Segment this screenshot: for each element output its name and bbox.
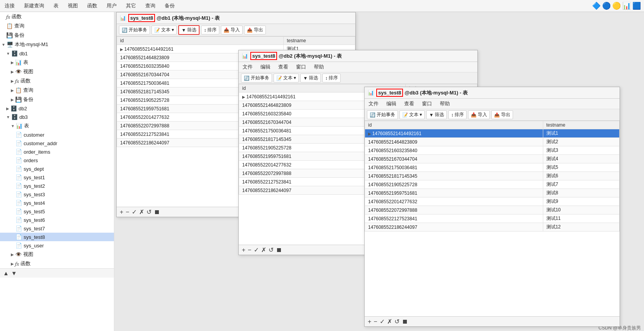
btn-filter-2[interactable]: ▼ 筛选: [300, 74, 321, 82]
menu-file-2[interactable]: 文件: [239, 63, 257, 71]
add-row-btn-1[interactable]: +: [120, 209, 123, 216]
cancel-btn-2[interactable]: ✗: [261, 246, 266, 254]
table-row[interactable]: 1476085521603235840测试3: [365, 146, 620, 155]
menu-query[interactable]: 查询: [141, 1, 160, 11]
sidebar-item-db3-view[interactable]: ▶ 👁️ 视图: [0, 250, 114, 259]
sidebar-item-sys-test7[interactable]: 📄 sys_test7: [0, 224, 114, 233]
btn-export-3[interactable]: 📤 导出: [491, 110, 513, 119]
toolbar-icon-1[interactable]: 🔷: [592, 2, 601, 10]
sidebar-item-sys-test5[interactable]: 📄 sys_test5: [0, 207, 114, 216]
sidebar-item-functions[interactable]: 𝑓𝑥 函数: [0, 12, 114, 21]
sidebar-item-sys-test2[interactable]: 📄 sys_test2: [0, 182, 114, 190]
sidebar-item-db1-query[interactable]: ▶ 📋 查询: [0, 86, 114, 95]
table-row[interactable]: 1476085522072997888测试10: [365, 206, 620, 214]
sidebar-item-sys-dept[interactable]: 📄 sys_dept: [0, 165, 114, 173]
menu-file-3[interactable]: 文件: [365, 99, 382, 108]
menu-help-2[interactable]: 帮助: [310, 63, 328, 71]
sidebar-item-query[interactable]: 📋 查询: [0, 21, 114, 31]
btn-export-1[interactable]: 📤 导出: [244, 26, 266, 34]
table-row[interactable]: 1476085521905225728测试7: [365, 180, 620, 189]
menu-view-2[interactable]: 查看: [274, 63, 292, 71]
check-btn-3[interactable]: ✓: [380, 318, 385, 325]
stop-btn-3[interactable]: ⏹: [402, 318, 408, 325]
menu-connect[interactable]: 连接: [0, 1, 19, 11]
sidebar-item-orders[interactable]: 📄 orders: [0, 156, 114, 165]
toolbar-icon-4[interactable]: 📊: [622, 2, 631, 10]
sidebar-item-db3-func[interactable]: ▶ 𝑓𝑥 函数: [0, 259, 114, 268]
refresh-btn-1[interactable]: ↺: [146, 208, 152, 216]
remove-row-btn-2[interactable]: −: [248, 247, 251, 254]
menu-new-query[interactable]: 新建查询: [19, 1, 49, 11]
btn-text-2[interactable]: 📝 文本 ▾: [274, 74, 299, 82]
sidebar-item-db3-table[interactable]: ▼ 📊 表: [0, 121, 114, 130]
sidebar-up-btn[interactable]: ▲: [3, 270, 9, 276]
sidebar-item-db1-func[interactable]: ▶ 𝑓𝑥 函数: [0, 76, 114, 86]
table-row[interactable]: 1476085521670344704测试4: [365, 155, 620, 163]
btn-sort-1[interactable]: ↕ 排序: [201, 26, 219, 34]
remove-row-btn-1[interactable]: −: [126, 209, 129, 216]
sidebar-item-sys-test8[interactable]: 📄 sys_test8: [0, 233, 114, 241]
btn-import-1[interactable]: 📥 导入: [221, 26, 243, 34]
btn-text-3[interactable]: 📝 文本 ▾: [399, 110, 425, 119]
sidebar-item-db2[interactable]: ▶ 🗄️ db2: [0, 104, 114, 113]
sidebar-item-db1-view[interactable]: ▶ 👁️ 视图: [0, 67, 114, 76]
refresh-btn-3[interactable]: ↺: [394, 318, 399, 325]
refresh-btn-2[interactable]: ↺: [269, 246, 274, 254]
cancel-btn-1[interactable]: ✗: [139, 208, 144, 216]
sidebar-item-order-items[interactable]: 📄 order_items: [0, 147, 114, 156]
menu-function[interactable]: 函数: [83, 1, 102, 11]
table-row[interactable]: 1476085521959751681测试8: [365, 189, 620, 197]
menu-user[interactable]: 用户: [102, 1, 121, 11]
menu-edit-3[interactable]: 编辑: [382, 99, 400, 108]
sidebar-item-customer[interactable]: 📄 customer: [0, 130, 114, 139]
stop-btn-2[interactable]: ⏹: [276, 247, 282, 254]
btn-start-transaction-1[interactable]: 🔄 开始事务: [119, 26, 150, 34]
table-row[interactable]: 1476085522186244097测试12: [365, 223, 620, 232]
sidebar-item-backup[interactable]: 💾 备份: [0, 31, 114, 40]
menu-backup[interactable]: 备份: [160, 1, 179, 11]
stop-btn-1[interactable]: ⏹: [154, 209, 160, 216]
table-row[interactable]: 1476085521464823809测试2: [365, 138, 620, 146]
add-row-btn-2[interactable]: +: [242, 247, 245, 254]
menu-view[interactable]: 视图: [63, 1, 83, 11]
menu-help-3[interactable]: 帮助: [436, 99, 454, 108]
sidebar-item-customer-addr[interactable]: 📄 customer_addr: [0, 139, 114, 147]
sidebar-item-sys-test6[interactable]: 📄 sys_test6: [0, 216, 114, 224]
menu-table[interactable]: 表: [49, 1, 63, 11]
sidebar-item-db1[interactable]: ▼ 🗄️ db1: [0, 49, 114, 58]
toolbar-icon-2[interactable]: 🔵: [602, 2, 611, 10]
sidebar-item-sys-test1[interactable]: 📄 sys_test1: [0, 173, 114, 182]
btn-start-transaction-3[interactable]: 🔄 开始事务: [367, 110, 398, 119]
check-btn-1[interactable]: ✓: [132, 208, 137, 216]
btn-sort-3[interactable]: ↕ 排序: [448, 110, 467, 119]
btn-text-1[interactable]: 📝 文本 ▾: [152, 26, 177, 34]
btn-start-transaction-2[interactable]: 🔄 开始事务: [241, 74, 272, 82]
sidebar-down-btn[interactable]: ▼: [11, 270, 17, 276]
sidebar-item-sys-user[interactable]: 📄 sys_user: [0, 241, 114, 250]
table-row[interactable]: 1476085522014277632测试9: [365, 197, 620, 206]
add-row-btn-3[interactable]: +: [368, 318, 371, 325]
table-row[interactable]: 1476085522127523841测试11: [365, 214, 620, 223]
table-row[interactable]: 1476085521750036481测试5: [365, 163, 620, 172]
menu-other[interactable]: 其它: [121, 1, 141, 11]
sidebar-item-db3[interactable]: ▼ 🗄️ db3: [0, 113, 114, 121]
toolbar-icon-3[interactable]: 🟡: [612, 2, 621, 10]
menu-edit-2[interactable]: 编辑: [257, 63, 274, 71]
menu-view-3[interactable]: 查看: [400, 99, 418, 108]
sidebar-item-db1-backup[interactable]: ▶ 💾 备份: [0, 95, 114, 104]
btn-filter-1[interactable]: ▼ 筛选: [178, 25, 200, 35]
btn-import-3[interactable]: 📥 导入: [468, 110, 490, 119]
table-row[interactable]: 1476085521817145345测试6: [365, 172, 620, 180]
btn-sort-2[interactable]: ↕ 排序: [322, 74, 341, 82]
sidebar-item-sys-test3[interactable]: 📄 sys_test3: [0, 190, 114, 199]
sidebar-item-db1-table[interactable]: ▶ 📊 表: [0, 58, 114, 67]
menu-window-2[interactable]: 窗口: [292, 63, 310, 71]
remove-row-btn-3[interactable]: −: [374, 318, 377, 325]
toolbar-icon-5[interactable]: 🟦: [632, 2, 641, 10]
sidebar-item-sys-test4[interactable]: 📄 sys_test4: [0, 199, 114, 207]
table-row[interactable]: ▶ 1476085521414492161测试1: [365, 129, 620, 138]
btn-filter-3[interactable]: ▼ 筛选: [426, 110, 447, 119]
menu-window-3[interactable]: 窗口: [418, 99, 436, 108]
cancel-btn-3[interactable]: ✗: [387, 318, 392, 325]
sidebar-item-server[interactable]: ▼ 🖥️ 本地-mysql-M1: [0, 40, 114, 49]
